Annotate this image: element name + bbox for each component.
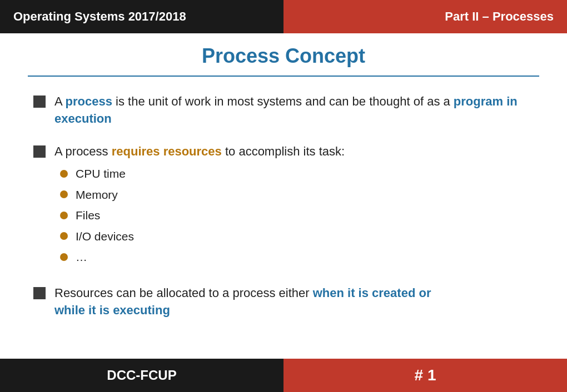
bullet-item-1: A process is the unit of work in most sy… [33, 93, 534, 128]
sub-bullet-files: Files [60, 207, 345, 223]
bullet-item-2: A process requires resources to accompli… [33, 143, 534, 270]
header-left: Operating Systems 2017/2018 [0, 0, 284, 33]
sub-bullets-list: CPU time Memory Files I/O devices [60, 165, 345, 265]
institution-label: DCC-FCUP [107, 368, 176, 383]
square-bullet-icon-2 [33, 145, 46, 158]
slide-content: Process Concept A process is the unit of… [0, 33, 567, 357]
circle-bullet-icon-5 [60, 253, 68, 261]
footer-right: # 1 [284, 359, 567, 392]
circle-bullet-icon-3 [60, 212, 68, 219]
sub-bullet-memory-text: Memory [76, 187, 118, 203]
part-title: Part II – Processes [445, 9, 554, 24]
sub-bullet-etc: … [60, 249, 345, 265]
sub-bullet-files-text: Files [76, 207, 100, 223]
circle-bullet-icon-2 [60, 190, 68, 198]
program-in-execution-highlight: program in execution [54, 94, 518, 125]
header: Operating Systems 2017/2018 Part II – Pr… [0, 0, 567, 33]
footer-left: DCC-FCUP [0, 359, 284, 392]
slide-title: Process Concept [28, 44, 539, 77]
sub-bullet-etc-text: … [76, 249, 87, 265]
sub-bullet-cpu-text: CPU time [76, 165, 126, 182]
circle-bullet-icon-4 [60, 232, 68, 240]
page-number: # 1 [415, 366, 436, 384]
sub-bullet-io: I/O devices [60, 228, 345, 244]
header-right: Part II – Processes [284, 0, 567, 33]
course-title: Operating Systems 2017/2018 [13, 9, 186, 24]
sub-bullet-io-text: I/O devices [76, 228, 134, 244]
bullet-text-1: A process is the unit of work in most sy… [54, 93, 534, 128]
square-bullet-icon-3 [33, 287, 46, 299]
when-executing-highlight: when it is created orwhile it is executi… [54, 286, 431, 317]
sub-bullet-cpu: CPU time [60, 165, 345, 182]
sub-bullet-memory: Memory [60, 187, 345, 203]
footer: DCC-FCUP # 1 [0, 359, 567, 392]
process-highlight: process [66, 94, 112, 108]
content-area: A process is the unit of work in most sy… [28, 82, 539, 346]
bullet-text-2: A process requires resources to accompli… [54, 143, 345, 270]
requires-resources-highlight: requires resources [112, 144, 222, 158]
circle-bullet-icon [60, 170, 68, 178]
square-bullet-icon [33, 96, 46, 108]
bullet-item-3: Resources can be allocated to a process … [33, 285, 534, 319]
bullet-text-3: Resources can be allocated to a process … [54, 285, 431, 319]
